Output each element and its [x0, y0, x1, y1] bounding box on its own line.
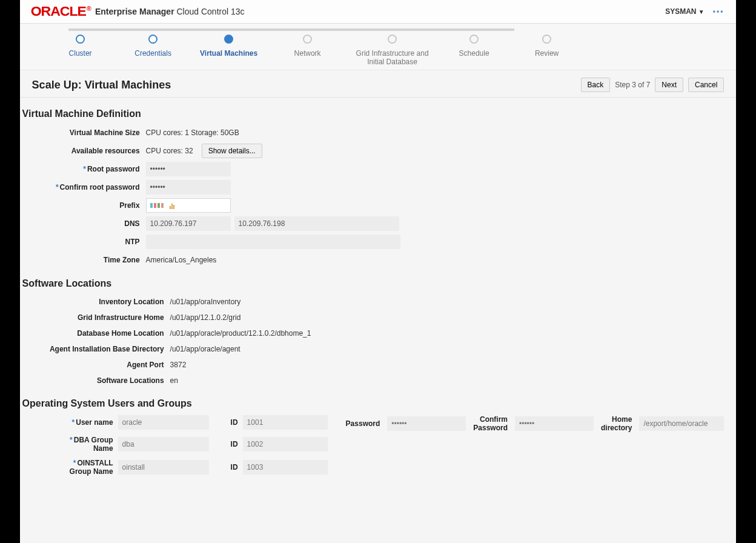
value-inventory-location: /u01/app/oraInventory	[170, 298, 241, 306]
value-sw-locations: en	[170, 376, 178, 385]
label-agent-port: Agent Port	[22, 361, 170, 369]
home-directory-input[interactable]	[639, 416, 724, 431]
more-menu-icon[interactable]: •••	[713, 7, 724, 16]
value-timezone: America/Los_Angeles	[146, 256, 724, 264]
title-bar: Scale Up: Virtual Machines Back Step 3 o…	[20, 70, 737, 98]
dns2-input[interactable]	[234, 216, 399, 231]
train-step-label: Grid Infrastructure and Initial Database	[350, 49, 435, 66]
label-password: Password	[346, 419, 380, 428]
label-grid-home: Grid Infrastructure Home	[22, 313, 170, 322]
username-input[interactable]	[118, 415, 209, 430]
section-os-users: Operating System Users and Groups	[22, 398, 724, 409]
train-step-label: Cluster	[44, 49, 117, 58]
label-dba-group: DBA GroupName	[74, 436, 113, 453]
next-button[interactable]: Next	[655, 78, 683, 92]
train-step-node	[469, 35, 479, 44]
confirm-password-input[interactable]	[515, 416, 594, 431]
oracle-logo: ORACLE®	[30, 4, 90, 19]
section-software-locations: Software Locations	[22, 278, 724, 289]
label-oinstall-id: ID	[214, 463, 238, 471]
value-db-home: /u01/app/oracle/product/12.1.0.2/dbhome_…	[170, 329, 311, 338]
train-step-2[interactable]: Virtual Machines	[190, 35, 268, 66]
label-timezone: Time Zone	[22, 256, 146, 264]
train-step-node	[388, 35, 397, 44]
label-root-password: Root password	[87, 165, 140, 173]
cancel-button[interactable]: Cancel	[688, 78, 724, 92]
train-step-node	[224, 35, 233, 44]
label-db-home: Database Home Location	[22, 329, 170, 338]
root-password-input[interactable]	[146, 162, 231, 176]
ntp-input[interactable]	[146, 235, 400, 249]
wizard-train: ClusterCredentialsVirtual MachinesNetwor…	[20, 24, 737, 70]
train-step-label: Schedule	[438, 49, 511, 58]
train-step-0[interactable]: Cluster	[44, 35, 117, 66]
dba-group-input[interactable]	[118, 437, 209, 451]
label-sw-locations: Software Locations	[22, 376, 170, 385]
train-step-6: Review	[511, 35, 583, 66]
train-step-5: Schedule	[438, 35, 511, 66]
oinstall-id-input[interactable]	[243, 460, 328, 475]
dba-id-input[interactable]	[243, 437, 328, 451]
train-step-label: Virtual Machines	[190, 49, 268, 58]
label-agent-dir: Agent Installation Base Directory	[22, 345, 170, 353]
prefix-input[interactable]	[146, 198, 231, 213]
train-step-4: Grid Infrastructure and Initial Database	[347, 35, 438, 66]
label-vm-size: Virtual Machine Size	[22, 128, 146, 137]
product-title: Enterprise Manager Cloud Control 13c	[95, 7, 245, 16]
page-title: Scale Up: Virtual Machines	[32, 79, 171, 92]
train-step-label: Credentials	[117, 49, 190, 58]
dns1-input[interactable]	[146, 216, 231, 231]
value-agent-port: 3872	[170, 361, 187, 369]
step-indicator: Step 3 of 7	[615, 81, 650, 89]
label-user-id: ID	[214, 418, 238, 427]
train-step-node	[76, 35, 85, 44]
oinstall-group-input[interactable]	[118, 460, 209, 475]
password-input[interactable]	[387, 416, 466, 431]
train-step-node	[303, 35, 312, 44]
show-details-button[interactable]: Show details...	[202, 144, 262, 158]
app-header: ORACLE® Enterprise Manager Cloud Control…	[20, 0, 737, 24]
chart-icon	[170, 202, 175, 209]
confirm-root-password-input[interactable]	[146, 180, 231, 195]
back-button[interactable]: Back	[581, 78, 611, 92]
label-dns: DNS	[22, 219, 146, 228]
value-grid-home: /u01/app/12.1.0.2/grid	[170, 313, 241, 322]
train-step-3: Network	[268, 35, 347, 66]
train-step-node	[148, 35, 158, 44]
train-step-1[interactable]: Credentials	[117, 35, 190, 66]
user-id-input[interactable]	[243, 415, 328, 430]
value-available-resources: CPU cores: 32	[146, 147, 193, 155]
user-menu[interactable]: SYSMAN ▼	[665, 7, 705, 16]
label-ntp: NTP	[22, 238, 146, 246]
section-vm-definition: Virtual Machine Definition	[22, 108, 724, 119]
label-home-directory: Homedirectory	[601, 415, 632, 432]
label-confirm-password: ConfirmPassword	[473, 415, 508, 432]
label-prefix: Prefix	[22, 201, 146, 210]
train-step-node	[542, 35, 551, 44]
label-confirm-root-password: Confirm root password	[60, 183, 140, 192]
label-inventory-location: Inventory Location	[22, 298, 170, 306]
label-username: User name	[76, 418, 113, 427]
train-step-label: Network	[268, 49, 347, 58]
train-step-label: Review	[511, 49, 583, 58]
value-agent-dir: /u01/app/oracle/agent	[170, 345, 240, 353]
label-available-resources: Available resources	[22, 147, 146, 155]
value-vm-size: CPU cores: 1 Storage: 50GB	[146, 128, 724, 137]
label-dba-id: ID	[214, 440, 238, 448]
